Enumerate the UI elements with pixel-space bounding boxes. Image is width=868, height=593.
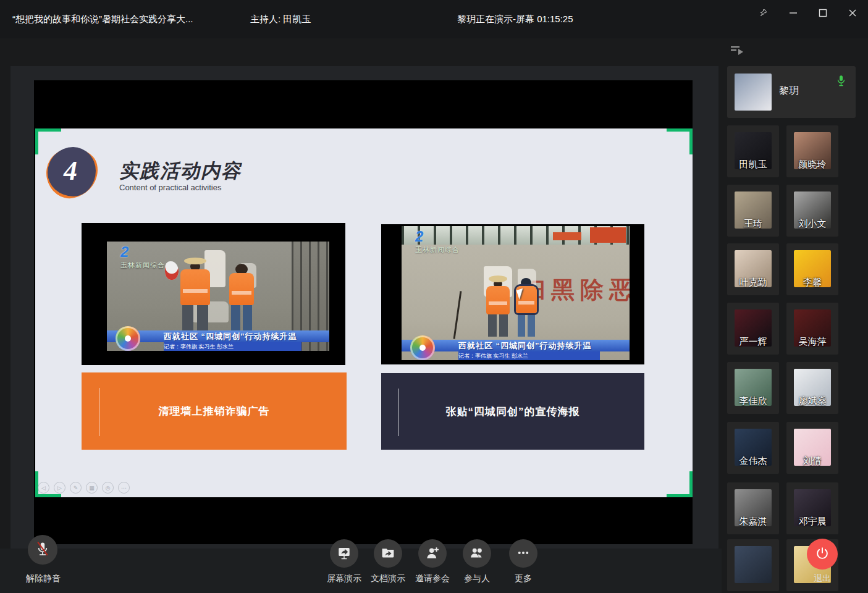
shared-screen-region: 4 实践活动内容 Content of practical activities… xyxy=(34,80,693,544)
titlebar: “想把我的故事和你说”暑期社会实践分享大... 主持人: 田凯玉 黎玥正在演示-… xyxy=(0,0,868,38)
meeting-title: “想把我的故事和你说”暑期社会实践分享大... xyxy=(12,14,193,25)
screen-share-label: 屏幕演示 xyxy=(326,573,363,584)
meeting-window: “想把我的故事和你说”暑期社会实践分享大... 主持人: 田凯玉 黎玥正在演示-… xyxy=(0,0,868,593)
avatar: 李馨 xyxy=(794,250,831,287)
participants-sidebar: 黎玥 田凯玉 颜晓玲 王琦 刘小文 叶克勤 李馨 严一辉 吴海萍 xyxy=(718,38,868,593)
bottom-toolbar xyxy=(0,549,722,593)
presenting-status: 黎玥正在演示-屏幕 01:15:25 xyxy=(457,14,573,25)
volunteer-figure xyxy=(180,258,210,332)
capture-corner-bottom-right xyxy=(667,471,693,497)
doc-share-label: 文档演示 xyxy=(369,573,407,584)
news-caption-title: 西就社区 “四城同创”行动持续升温 xyxy=(402,340,630,351)
avatar: 朱嘉淇 xyxy=(735,489,772,526)
news-caption-reporters: 记者：李伟旗 实习生 彭水兰 xyxy=(164,342,301,351)
unmute-label: 解除静音 xyxy=(22,573,65,584)
tv-station-logo-icon: 2 xyxy=(415,230,460,243)
invite-button[interactable] xyxy=(418,539,447,568)
participant-tile[interactable]: 田凯玉 xyxy=(727,125,779,177)
section-number-badge: 4 xyxy=(45,146,99,200)
invite-person-icon xyxy=(423,544,442,564)
news-caption-title: 西就社区 “四城同创”行动持续升温 xyxy=(107,330,329,342)
capture-corner-top-right xyxy=(667,128,693,154)
more-button[interactable] xyxy=(509,539,537,568)
more-label: 更多 xyxy=(509,573,537,584)
unmute-button[interactable] xyxy=(28,535,57,565)
doc-share-icon xyxy=(379,544,397,564)
avatar: 廖斌燊 xyxy=(794,369,831,406)
avatar: 王琦 xyxy=(735,191,772,229)
avatar xyxy=(735,74,772,111)
close-icon xyxy=(848,9,857,17)
minimize-icon xyxy=(789,9,798,17)
tv-station-badge: 2 玉林新闻综合 xyxy=(120,245,165,270)
more-controls-icon[interactable]: ⋯ xyxy=(118,482,130,494)
pin-button[interactable] xyxy=(754,3,773,23)
participant-tile[interactable]: 王琦 xyxy=(727,185,779,237)
participant-tile[interactable]: 吴海萍 xyxy=(786,303,838,355)
participant-tile[interactable]: 李馨 xyxy=(786,243,838,295)
avatar: 刘小文 xyxy=(794,191,831,229)
news-video-post-posters: 扫黑除恶 2 玉林新闻综合 xyxy=(381,224,644,364)
volunteer-figure xyxy=(516,278,537,337)
slides-grid-icon[interactable]: ▦ xyxy=(86,482,98,494)
red-banner xyxy=(590,227,626,243)
next-slide-icon[interactable]: ▷ xyxy=(54,482,65,494)
avatar xyxy=(735,546,772,583)
active-speaker-card[interactable]: 黎玥 xyxy=(727,66,856,118)
exit-meeting-button[interactable] xyxy=(807,539,838,570)
prev-slide-icon[interactable]: ◁ xyxy=(38,482,49,494)
tv-station-badge: 2 玉林新闻综合 xyxy=(415,230,460,254)
pen-icon[interactable]: ✎ xyxy=(70,482,82,494)
participants-label: 参与人 xyxy=(463,573,491,584)
participant-tile[interactable]: 颜晓玲 xyxy=(786,125,838,177)
avatar: 严一辉 xyxy=(735,309,772,347)
participant-tile[interactable]: 朱嘉淇 xyxy=(727,482,779,534)
avatar: 田凯玉 xyxy=(735,132,772,169)
mic-muted-icon xyxy=(32,539,53,561)
active-speaker-name: 黎玥 xyxy=(779,85,799,98)
collapse-list-icon xyxy=(729,49,745,59)
tv-station-logo-icon: 2 xyxy=(120,245,165,259)
screen-share-stage: 4 实践活动内容 Content of practical activities… xyxy=(11,66,718,549)
screen-share-icon xyxy=(335,544,353,564)
maximize-button[interactable] xyxy=(813,3,833,23)
minimize-button[interactable] xyxy=(783,3,803,23)
avatar: 刘倩 xyxy=(794,429,831,466)
participant-tile[interactable]: 廖斌燊 xyxy=(786,362,838,414)
exit-label: 退出 xyxy=(807,573,838,584)
participants-icon xyxy=(468,544,486,564)
collapse-sidebar-button[interactable] xyxy=(729,43,745,59)
participant-tile[interactable]: 刘倩 xyxy=(786,422,838,474)
participant-tile[interactable]: 李佳欣 xyxy=(727,362,779,414)
avatar: 金伟杰 xyxy=(735,429,772,466)
participant-tile[interactable] xyxy=(727,539,779,591)
news-caption-reporters: 记者：李伟旗 实习生 彭水兰 xyxy=(458,351,600,360)
close-button[interactable] xyxy=(843,3,862,23)
avatar: 吴海萍 xyxy=(794,309,831,347)
invite-label: 邀请参会 xyxy=(414,573,451,584)
pinwheel-logo-icon xyxy=(410,335,435,360)
broom xyxy=(453,291,461,339)
participant-tile[interactable]: 刘小文 xyxy=(786,185,838,237)
avatar: 邓宇晨 xyxy=(794,489,831,526)
avatar: 叶克勤 xyxy=(735,250,772,287)
pinwheel-logo-icon xyxy=(116,326,140,351)
participant-tile[interactable]: 金伟杰 xyxy=(727,422,779,474)
participant-tile[interactable]: 邓宇晨 xyxy=(786,482,838,534)
doc-share-button[interactable] xyxy=(374,539,402,568)
wall-slogan: 扫黑除恶 xyxy=(522,274,630,306)
volunteer-figure xyxy=(486,275,510,337)
power-icon xyxy=(814,545,831,564)
magnifier-icon[interactable]: ◎ xyxy=(102,482,114,494)
screen-share-button[interactable] xyxy=(330,539,358,568)
activity-label-navy: 张贴“四城同创”的宣传海报 xyxy=(381,373,644,450)
participant-tile[interactable]: 叶克勤 xyxy=(727,243,779,295)
avatar: 颜晓玲 xyxy=(794,132,831,169)
slide-title: 实践活动内容 xyxy=(119,158,242,184)
participants-button[interactable] xyxy=(463,539,491,568)
mic-active-icon xyxy=(836,75,846,90)
presentation-slide: 4 实践活动内容 Content of practical activities… xyxy=(35,128,693,497)
slideshow-controls: ◁ ▷ ✎ ▦ ◎ ⋯ xyxy=(38,482,130,494)
participant-tile[interactable]: 严一辉 xyxy=(727,303,779,355)
host-label: 主持人: 田凯玉 xyxy=(250,14,311,25)
